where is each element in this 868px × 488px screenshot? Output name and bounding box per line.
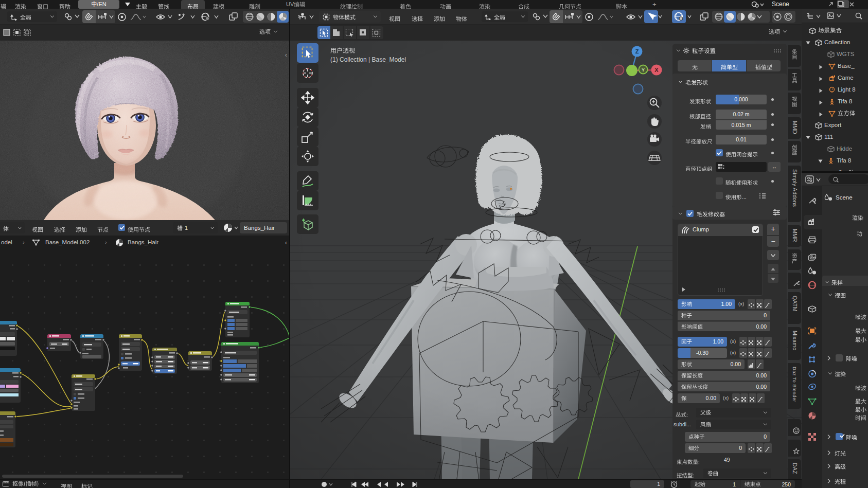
svg-text:Y: Y	[642, 67, 645, 73]
svg-text:Z: Z	[635, 48, 639, 55]
svg-text:X: X	[654, 67, 659, 73]
